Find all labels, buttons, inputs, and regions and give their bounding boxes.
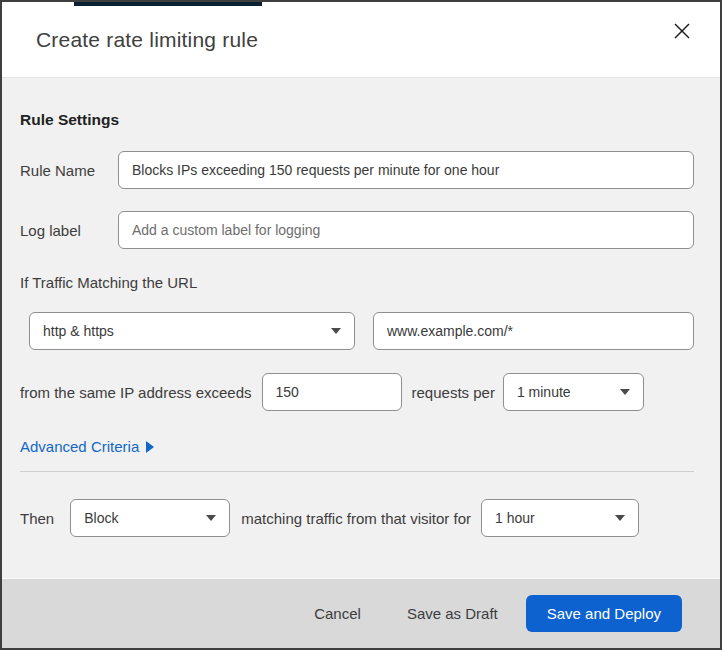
url-pattern-input[interactable] (373, 312, 694, 350)
period-select-value: 1 minute (517, 384, 610, 400)
close-icon (673, 22, 691, 44)
action-middle-text: matching traffic from that visitor for (241, 510, 471, 527)
url-match-row: http & https (29, 312, 694, 350)
dialog-header: Create rate limiting rule (2, 2, 720, 78)
rule-name-input[interactable] (118, 151, 694, 189)
then-label: Then (20, 510, 54, 527)
log-label-input[interactable] (118, 211, 694, 249)
threshold-input[interactable] (262, 373, 402, 411)
rule-settings-heading: Rule Settings (20, 78, 694, 129)
rule-name-row: Rule Name (20, 151, 694, 189)
dialog-title: Create rate limiting rule (36, 28, 668, 52)
dialog-footer: Cancel Save as Draft Save and Deploy (2, 578, 720, 648)
traffic-match-intro: If Traffic Matching the URL (20, 274, 694, 291)
save-as-draft-button[interactable]: Save as Draft (401, 597, 504, 630)
rule-name-label: Rule Name (20, 162, 118, 179)
close-button[interactable] (668, 19, 696, 47)
period-select[interactable]: 1 minute (503, 373, 644, 411)
create-rate-limiting-rule-dialog: Create rate limiting rule Rule Settings … (0, 0, 722, 650)
log-label-row: Log label (20, 211, 694, 249)
chevron-down-icon (615, 515, 625, 521)
advanced-criteria-label: Advanced Criteria (20, 438, 139, 455)
chevron-right-icon (146, 441, 154, 453)
scheme-select[interactable]: http & https (29, 312, 355, 350)
action-row: Then Block matching traffic from that vi… (20, 499, 694, 537)
action-select[interactable]: Block (70, 499, 230, 537)
scheme-select-value: http & https (43, 323, 321, 339)
chevron-down-icon (331, 328, 341, 334)
requests-per-text: requests per (412, 384, 495, 401)
save-and-deploy-button[interactable]: Save and Deploy (526, 595, 682, 632)
action-select-value: Block (84, 510, 196, 526)
threshold-text: from the same IP address exceeds (20, 384, 252, 401)
dialog-body: Rule Settings Rule Name Log label If Tra… (2, 78, 720, 578)
chevron-down-icon (206, 515, 216, 521)
chevron-down-icon (620, 389, 630, 395)
section-divider (20, 471, 694, 472)
advanced-criteria-link[interactable]: Advanced Criteria (20, 438, 154, 455)
cancel-button[interactable]: Cancel (308, 597, 367, 630)
duration-select[interactable]: 1 hour (481, 499, 639, 537)
top-accent-bar (74, 2, 262, 6)
duration-select-value: 1 hour (495, 510, 605, 526)
threshold-row: from the same IP address exceeds request… (20, 373, 694, 411)
log-label-label: Log label (20, 222, 118, 239)
